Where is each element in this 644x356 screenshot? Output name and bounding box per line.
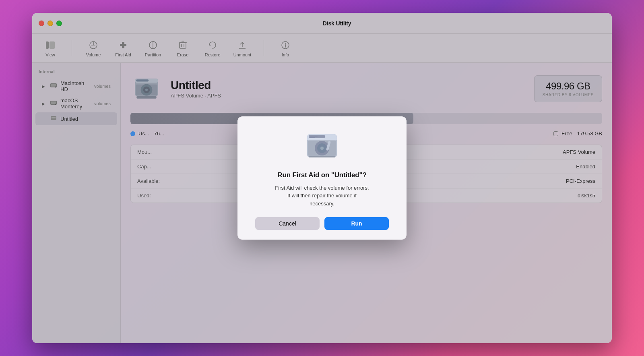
svg-rect-44	[310, 136, 318, 137]
dialog-overlay: Run First Aid on "Untitled"? First Aid w…	[32, 13, 612, 343]
desktop: Disk Utility View	[0, 0, 644, 356]
svg-rect-54	[313, 157, 315, 157]
run-button[interactable]: Run	[324, 217, 389, 230]
main-window: Disk Utility View	[32, 13, 612, 343]
first-aid-dialog: Run First Aid on "Untitled"? First Aid w…	[237, 116, 407, 240]
dialog-message: First Aid will check the volume for erro…	[275, 184, 369, 208]
svg-point-50	[320, 147, 324, 150]
svg-rect-55	[316, 157, 318, 157]
cancel-button[interactable]: Cancel	[255, 217, 320, 230]
svg-rect-57	[323, 157, 325, 157]
svg-rect-56	[320, 157, 322, 157]
svg-rect-53	[310, 157, 312, 157]
dialog-message-line1: First Aid will check the volume for erro…	[275, 185, 369, 191]
svg-rect-52	[309, 156, 335, 157]
dialog-buttons: Cancel Run	[250, 217, 394, 230]
dialog-disk-icon	[304, 128, 340, 165]
dialog-message-line2: It will then repair the volume if	[287, 192, 357, 199]
svg-rect-43	[309, 135, 325, 138]
dialog-title: Run First Aid on "Untitled"?	[277, 171, 366, 179]
dialog-message-line3: necessary.	[310, 201, 334, 207]
svg-rect-45	[310, 137, 315, 138]
